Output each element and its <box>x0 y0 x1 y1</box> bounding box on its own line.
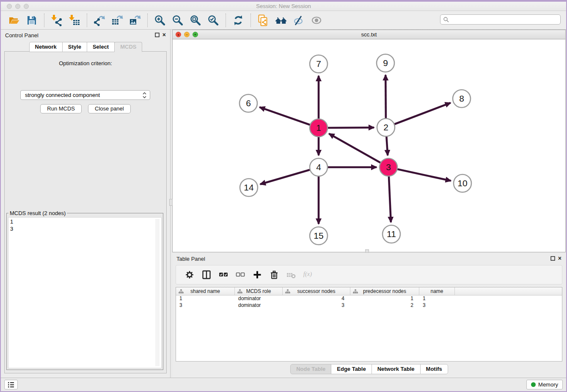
apply-layout-icon[interactable] <box>232 14 244 26</box>
search-input[interactable] <box>449 17 560 22</box>
table-cell[interactable]: dominator <box>235 295 283 302</box>
table-cell[interactable]: 1 <box>350 295 419 302</box>
graph-node[interactable]: 15 <box>310 227 328 245</box>
close-panel-button[interactable]: Close panel <box>88 104 131 113</box>
hierarchy-icon <box>285 289 290 294</box>
table-cell[interactable]: 4 <box>283 295 350 302</box>
application-window: Session: New Session Control Panel <box>0 0 567 392</box>
table-cell[interactable]: 1 <box>419 295 455 302</box>
graph-node[interactable]: 8 <box>453 90 471 108</box>
network-view-titlebar[interactable]: x − + scc.txt <box>173 30 565 39</box>
svg-text:2: 2 <box>383 122 388 132</box>
result-scrollbar[interactable] <box>155 219 160 366</box>
toolbar-separator <box>87 14 87 27</box>
tab-select[interactable]: Select <box>87 42 115 52</box>
zoom-fit-icon[interactable] <box>190 14 201 26</box>
graph-node[interactable]: 9 <box>377 54 394 72</box>
column-header-predecessor-nodes[interactable]: predecessor nodes <box>350 287 419 295</box>
table-cell[interactable]: 2 <box>350 302 419 309</box>
import-network-icon[interactable] <box>51 14 63 26</box>
table-cell[interactable]: 1 <box>176 295 235 302</box>
trash-icon[interactable] <box>269 270 279 280</box>
tab-edge-table[interactable]: Edge Table <box>331 364 372 374</box>
control-panel-title: Control Panel <box>5 32 39 39</box>
tab-motifs[interactable]: Motifs <box>420 364 448 374</box>
table-row[interactable]: 1dominator411 <box>176 295 562 302</box>
column-header-name[interactable]: name <box>419 287 455 295</box>
zoom-out-icon[interactable] <box>172 14 184 26</box>
toolbar-separator <box>147 14 148 27</box>
svg-text:9: 9 <box>383 58 388 68</box>
graph-node[interactable]: 11 <box>383 225 400 243</box>
clone-network-icon[interactable] <box>257 14 269 26</box>
search-field[interactable] <box>440 14 561 25</box>
svg-text:f(x): f(x) <box>303 271 312 278</box>
splitter-handle[interactable] <box>365 249 369 253</box>
tab-node-table[interactable]: Node Table <box>290 364 331 374</box>
open-session-icon[interactable] <box>8 14 20 26</box>
function-builder-icon: f(x) <box>303 270 313 280</box>
table-panel: Table Panel × f(x) shared nameMCDS roles… <box>172 253 566 378</box>
list-icon <box>7 381 15 388</box>
graph-node[interactable]: 14 <box>240 179 258 196</box>
split-columns-icon[interactable] <box>201 270 212 280</box>
graph-edge[interactable] <box>388 167 451 181</box>
graph-node[interactable]: 2 <box>377 119 395 136</box>
mcds-result-box: MCDS result (2 nodes) 1 3 <box>6 210 163 370</box>
graph-node[interactable]: 10 <box>454 174 471 192</box>
graph-node[interactable]: 4 <box>310 158 328 176</box>
mcds-result-title: MCDS result (2 nodes) <box>8 210 67 216</box>
select-all-columns-icon[interactable] <box>218 270 228 280</box>
criterion-select[interactable]: strongly connected component <box>20 90 150 100</box>
float-panel-icon[interactable] <box>155 33 160 37</box>
table-cell[interactable]: 3 <box>283 302 350 309</box>
svg-text:11: 11 <box>387 229 396 239</box>
import-table-icon[interactable] <box>69 14 80 26</box>
add-icon[interactable] <box>252 270 262 280</box>
float-table-panel-icon[interactable] <box>550 256 555 261</box>
save-session-icon[interactable] <box>26 14 38 26</box>
tab-mcds[interactable]: MCDS <box>114 42 142 52</box>
table-cell[interactable]: 3 <box>176 302 235 309</box>
svg-text:8: 8 <box>459 94 464 103</box>
tab-network-table[interactable]: Network Table <box>372 364 421 374</box>
zoom-in-icon[interactable] <box>154 14 166 26</box>
graph-node[interactable]: 7 <box>310 55 328 73</box>
export-table-icon[interactable] <box>111 14 123 26</box>
svg-text:7: 7 <box>316 59 321 69</box>
graph-node[interactable]: 1 <box>310 119 328 137</box>
table-toolbar: f(x) <box>176 265 562 284</box>
hide-panel-icon[interactable] <box>293 14 305 26</box>
node-table[interactable]: shared nameMCDS rolesuccessor nodesprede… <box>176 287 562 362</box>
svg-text:10: 10 <box>457 178 467 188</box>
column-header-successor-nodes[interactable]: successor nodes <box>283 287 350 295</box>
table-row[interactable]: 3dominator323 <box>176 302 562 309</box>
gear-icon[interactable] <box>184 270 195 280</box>
export-network-icon[interactable] <box>94 14 105 26</box>
export-image-icon[interactable] <box>129 14 141 26</box>
close-panel-icon[interactable]: × <box>162 33 166 37</box>
control-panel: Control Panel × NetworkStyleSelectMCDS O… <box>1 30 171 378</box>
table-cell[interactable]: 3 <box>419 302 455 309</box>
network-canvas[interactable]: 7968124314101511 <box>173 39 565 252</box>
task-history-button[interactable] <box>4 380 18 389</box>
graph-edge[interactable] <box>386 103 451 127</box>
column-header-shared-name[interactable]: shared name <box>176 287 235 295</box>
tab-network[interactable]: Network <box>29 42 63 52</box>
tab-style[interactable]: Style <box>62 42 87 52</box>
show-panel-icon[interactable] <box>311 14 322 26</box>
column-header-MCDS-role[interactable]: MCDS role <box>235 287 283 295</box>
splitter-handle[interactable] <box>169 199 173 206</box>
graph-edge[interactable] <box>329 134 388 167</box>
unselect-all-columns-icon[interactable] <box>235 270 245 280</box>
mcds-result-text[interactable]: 1 3 <box>8 217 162 368</box>
run-mcds-button[interactable]: Run MCDS <box>40 104 82 113</box>
select-stepper-icon <box>143 92 146 99</box>
close-table-panel-icon[interactable]: × <box>558 256 561 261</box>
home-icon[interactable] <box>275 14 287 26</box>
table-cell[interactable]: dominator <box>235 302 283 309</box>
zoom-selected-icon[interactable] <box>207 14 219 26</box>
memory-button[interactable]: Memory <box>526 380 563 389</box>
graph-node[interactable]: 6 <box>239 94 257 112</box>
graph-node[interactable]: 3 <box>380 158 397 176</box>
